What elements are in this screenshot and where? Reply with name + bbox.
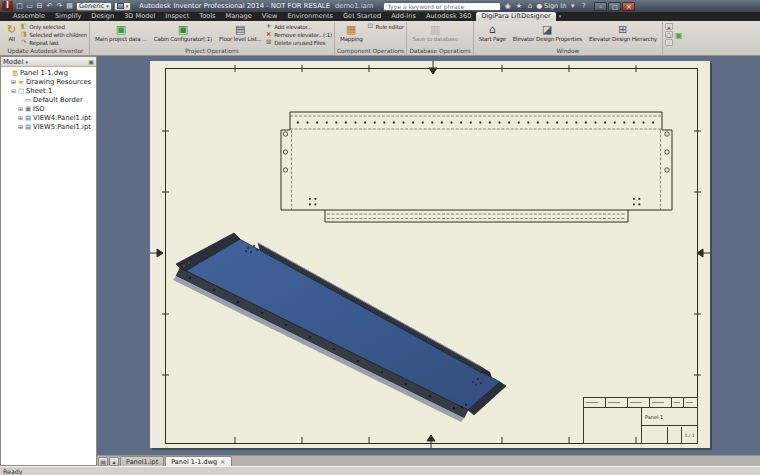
repeat-last-button[interactable]: Repeat last	[20, 39, 87, 46]
rule-editor-button[interactable]: Rule editor	[367, 23, 404, 30]
all-button[interactable]: All	[4, 22, 19, 44]
selected-with-children-button[interactable]: Selected with children	[20, 31, 87, 38]
model-browser-panel: Model ▾ ▣ Panel 1-1.dwg Drawing Resource…	[0, 56, 97, 466]
search-input[interactable]	[383, 2, 501, 11]
redo-icon[interactable]: ↷	[55, 1, 64, 11]
close-tab-icon[interactable]	[220, 458, 225, 466]
plus-icon	[265, 23, 272, 30]
browser-header[interactable]: Model ▾ ▣	[1, 57, 96, 67]
ribbon: All Only selected Selected with children…	[0, 21, 760, 56]
selected-with-children-icon	[20, 31, 27, 38]
drawing-view-front[interactable]	[275, 100, 685, 225]
tab-view[interactable]: View	[257, 12, 283, 21]
ribbon-group-component-operations: Mapping Rule editor Component Operations	[335, 22, 407, 55]
maximize-button[interactable]	[608, 2, 621, 11]
only-selected-button[interactable]: Only selected	[20, 23, 87, 30]
expand-icon[interactable]	[10, 78, 17, 85]
undo-icon[interactable]: ↶	[45, 1, 54, 11]
tab-add-ins[interactable]: Add-Ins	[386, 12, 421, 21]
group-label: Update Autodesk Inventor	[4, 47, 87, 55]
ribbon-group-project-operations: Main project data ... Cabin Configurator…	[90, 22, 335, 55]
home-icon[interactable]: ⌂	[525, 2, 534, 10]
tree-item-drawing-resources[interactable]: Drawing Resources	[1, 77, 96, 86]
tree-item-iso[interactable]: ISO	[1, 104, 96, 113]
material-dropdown[interactable]: Generic ▾	[76, 2, 112, 11]
tab-autodesk-360[interactable]: Autodesk 360	[421, 12, 477, 21]
folder-icon	[17, 78, 25, 86]
doc-tab-panel1-ipt[interactable]: Panel1.ipt	[120, 456, 164, 466]
minimize-button[interactable]	[594, 2, 607, 11]
ribbon-display-options-icon[interactable]: ▾	[556, 12, 565, 21]
tab-simplify[interactable]: Simplify	[50, 12, 86, 21]
doc-tab-panel1-dwg[interactable]: Panel 1-1.dwg	[165, 456, 231, 466]
browser-header-label: Model	[3, 58, 23, 66]
new-file-icon[interactable]: ▢	[15, 1, 24, 11]
tree-item-default-border[interactable]: Default Border	[1, 95, 96, 104]
tab-digipara-liftdesigner[interactable]: DigiPara LiftDesigner	[476, 12, 555, 21]
rule-editor-icon	[367, 23, 374, 30]
sign-in-label: Sign In	[544, 2, 566, 10]
close-button[interactable]	[622, 2, 635, 11]
document-tabs-up-icon[interactable]: ▴	[109, 457, 119, 466]
remove-elevator-button[interactable]: Remove elevator...(:1)	[265, 31, 332, 38]
elevator-design-properties-button[interactable]: Elevator Design Properties	[510, 22, 585, 44]
only-selected-icon	[20, 23, 27, 30]
title-block-sheet-number: 1 / 1	[682, 427, 697, 443]
border-icon	[24, 96, 32, 104]
tab-tools[interactable]: Tools	[194, 12, 220, 21]
print-icon[interactable]: ▤	[65, 1, 74, 11]
floor-level-list-button[interactable]: Floor level List...	[216, 22, 264, 44]
drawing-view-icon	[24, 123, 32, 131]
open-file-icon[interactable]: ▭	[25, 1, 34, 11]
delete-unused-files-button[interactable]: Delete unused Files	[265, 39, 332, 46]
save-to-database-button[interactable]: Save to database	[409, 22, 461, 44]
help-icon[interactable]: ?	[579, 2, 588, 10]
tree-item-view5-panel1[interactable]: VIEW5:Panel1.ipt	[1, 122, 96, 131]
browser-tree: Panel 1-1.dwg Drawing Resources Sheet:1 …	[1, 67, 96, 132]
mapping-button[interactable]: Mapping	[337, 22, 366, 44]
liftdesigner-status-icon	[675, 23, 683, 42]
start-page-button[interactable]: Start Page	[476, 22, 509, 44]
appearance-dropdown[interactable]: ▾	[114, 2, 132, 11]
sign-in-button[interactable]: ● Sign In	[536, 2, 566, 10]
document-list-icon[interactable]: ▤	[98, 457, 108, 466]
quick-access-toolbar: ▢ ▭ ⊟ ↶ ↷ ▤	[15, 1, 74, 11]
tab-assemble[interactable]: Assemble	[8, 12, 50, 21]
tree-item-sheet-1[interactable]: Sheet:1	[1, 86, 96, 95]
options-icon[interactable]	[665, 39, 673, 46]
main-project-data-button[interactable]: Main project data ...	[92, 22, 150, 44]
panel-page-icon[interactable]	[665, 31, 673, 38]
cube-icon	[116, 23, 126, 36]
chevron-down-icon: ▾	[106, 3, 109, 10]
ribbon-group-database-operations: Save to database Database Operations	[407, 22, 473, 55]
tree-item-panel-dwg[interactable]: Panel 1-1.dwg	[1, 68, 96, 77]
exchange-apps-icon[interactable]: ▾	[568, 2, 577, 10]
graphics-window[interactable]: Panel 1 1 / 1	[97, 56, 760, 455]
tab-inspect[interactable]: Inspect	[160, 12, 194, 21]
expand-icon[interactable]	[17, 114, 24, 121]
tab-design[interactable]: Design	[86, 12, 119, 21]
favorites-star-icon[interactable]: ★	[514, 2, 523, 10]
search-binoculars-icon[interactable]: ◉	[503, 2, 512, 10]
tab-environments[interactable]: Environments	[282, 12, 338, 21]
collapse-ribbon-icon[interactable]	[665, 23, 673, 30]
group-label: Window	[476, 47, 660, 55]
tab-get-started[interactable]: Get Started	[338, 12, 386, 21]
add-elevator-button[interactable]: Add elevator...	[265, 23, 332, 30]
ribbon-group-window: Start Page Elevator Design Properties El…	[474, 22, 663, 55]
tree-item-view4-panel1[interactable]: VIEW4:Panel1.ipt	[1, 113, 96, 122]
tab-3d-model[interactable]: 3D Model	[119, 12, 160, 21]
elevator-design-hierarchy-button[interactable]: Elevator Design Hierarchy	[586, 22, 660, 44]
cabin-configurator-button[interactable]: Cabin Configurator(:1)	[151, 22, 215, 44]
tab-manage[interactable]: Manage	[221, 12, 257, 21]
expand-icon[interactable]	[17, 105, 24, 112]
cube-icon	[178, 23, 188, 36]
collapse-icon[interactable]	[10, 87, 17, 94]
status-bar: Ready	[0, 466, 760, 475]
drawing-sheet[interactable]: Panel 1 1 / 1	[150, 61, 710, 448]
expand-icon[interactable]	[17, 123, 24, 130]
inventor-logo[interactable]: I	[2, 1, 13, 11]
save-icon[interactable]: ⊟	[35, 1, 44, 11]
drawing-view-isometric[interactable]	[160, 226, 530, 441]
browser-options-icon[interactable]: ▣	[88, 58, 94, 65]
